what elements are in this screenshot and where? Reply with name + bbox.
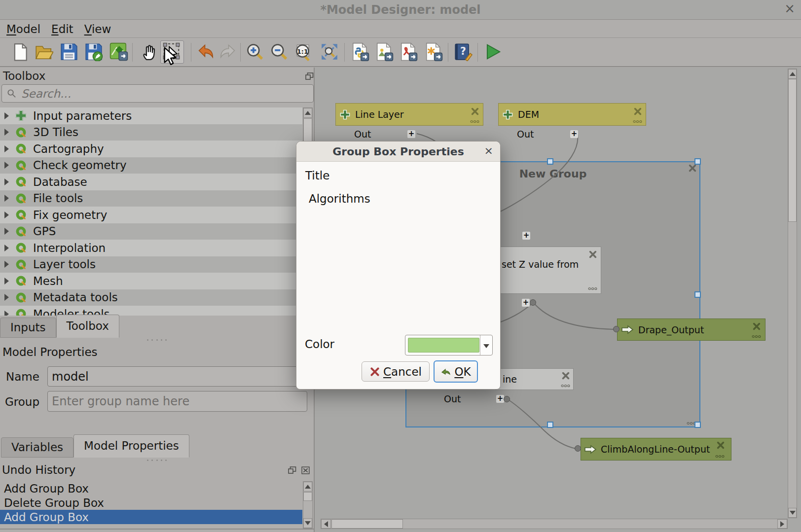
node-climbalongline-output[interactable]: ClimbAlongLine-Output bbox=[581, 438, 731, 461]
splitter-handle-2[interactable] bbox=[147, 460, 167, 461]
ok-button[interactable]: OK bbox=[434, 360, 478, 383]
undo-history-item[interactable]: Add Group Box bbox=[0, 481, 302, 496]
tab[interactable]: Variables bbox=[1, 437, 73, 458]
selection-handle[interactable] bbox=[547, 422, 553, 428]
expander-triangle-icon[interactable] bbox=[4, 129, 9, 136]
tab[interactable]: Model Properties bbox=[73, 434, 189, 458]
expander-triangle-icon[interactable] bbox=[4, 162, 9, 169]
undo-history-item[interactable]: Delete Group Box bbox=[0, 496, 302, 510]
node-label: ClimbAlongLine-Output bbox=[601, 444, 710, 455]
toolbox-list-item[interactable]: Database bbox=[0, 174, 302, 190]
export-model-image-icon[interactable] bbox=[109, 42, 128, 61]
toolbox-search-input[interactable]: Search... bbox=[1, 84, 314, 103]
group-field[interactable] bbox=[47, 391, 307, 412]
toolbox-list-item[interactable]: Modeler tools bbox=[0, 306, 302, 316]
window-close-icon[interactable]: × bbox=[784, 1, 795, 16]
undo-close-icon[interactable] bbox=[301, 466, 310, 474]
run-model-icon[interactable] bbox=[483, 42, 502, 61]
canvas-horizontal-scrollbar[interactable] bbox=[321, 519, 788, 529]
export-as-image-icon[interactable] bbox=[375, 42, 394, 61]
menu-item[interactable]: Edit bbox=[46, 23, 79, 35]
export-as-pdf-icon[interactable] bbox=[399, 42, 418, 61]
collapse-icon[interactable] bbox=[471, 107, 479, 116]
expander-triangle-icon[interactable] bbox=[4, 145, 9, 152]
splitter-handle[interactable] bbox=[147, 339, 167, 341]
canvas-vertical-scrollbar[interactable] bbox=[788, 69, 797, 518]
node-label: Line Layer bbox=[355, 109, 404, 120]
toolbar: 1:1 ? bbox=[0, 38, 801, 67]
expand-plus-icon[interactable]: + bbox=[570, 130, 578, 138]
node-line-layer[interactable]: Line Layer bbox=[335, 103, 483, 126]
toolbox-list-item[interactable]: 3D Tiles bbox=[0, 124, 302, 141]
collapse-icon[interactable] bbox=[588, 250, 597, 259]
window-title: *Model Designer: model bbox=[0, 3, 801, 17]
open-model-icon[interactable] bbox=[35, 42, 53, 61]
selection-handle[interactable] bbox=[694, 158, 701, 165]
collapse-icon[interactable] bbox=[633, 107, 642, 116]
menu-item[interactable]: View bbox=[79, 23, 117, 35]
toolbox-list-item[interactable]: Input parameters bbox=[0, 107, 302, 124]
help-icon[interactable]: ? bbox=[454, 42, 473, 61]
zoom-actual-icon[interactable]: 1:1 bbox=[294, 42, 313, 61]
pan-tool-icon[interactable] bbox=[141, 42, 159, 61]
expander-triangle-icon[interactable] bbox=[4, 278, 9, 284]
toolbox-list-item[interactable]: Fix geometry bbox=[0, 207, 302, 223]
qgis-icon bbox=[15, 242, 27, 253]
zoom-in-icon[interactable] bbox=[246, 42, 264, 61]
undo-list-scrollbar[interactable] bbox=[303, 481, 313, 529]
expander-triangle-icon[interactable] bbox=[4, 195, 9, 202]
toolbox-list-item[interactable]: Mesh bbox=[0, 273, 302, 289]
collapse-icon[interactable] bbox=[752, 322, 761, 331]
zoom-out-icon[interactable] bbox=[270, 42, 289, 61]
selection-handle[interactable] bbox=[694, 291, 701, 298]
expander-triangle-icon[interactable] bbox=[4, 112, 9, 119]
expand-plus-icon[interactable]: + bbox=[407, 130, 415, 138]
expand-plus-icon[interactable]: + bbox=[496, 395, 504, 403]
toolbox-float-icon[interactable] bbox=[305, 72, 314, 80]
expander-triangle-icon[interactable] bbox=[4, 261, 9, 268]
save-model-as-icon[interactable] bbox=[84, 42, 103, 61]
toolbox-list-item[interactable]: File tools bbox=[0, 190, 302, 207]
undo-icon[interactable] bbox=[196, 42, 215, 61]
expander-triangle-icon[interactable] bbox=[4, 178, 9, 185]
toolbox-list-item[interactable]: Layer tools bbox=[0, 256, 302, 273]
undo-float-icon[interactable] bbox=[288, 466, 296, 474]
dialog-close-icon[interactable]: × bbox=[484, 144, 493, 157]
expand-plus-icon[interactable]: + bbox=[522, 299, 530, 307]
selection-handle[interactable] bbox=[547, 158, 553, 165]
export-as-python-icon[interactable] bbox=[351, 42, 369, 61]
tab[interactable]: Toolbox bbox=[56, 315, 119, 338]
node-dem[interactable]: DEM bbox=[498, 103, 646, 126]
qgis-icon bbox=[15, 127, 27, 138]
expand-plus-icon[interactable]: + bbox=[522, 232, 530, 240]
toolbox-list-item[interactable]: Check geometry bbox=[0, 157, 302, 174]
tab[interactable]: Inputs bbox=[0, 318, 56, 338]
collapse-icon[interactable] bbox=[716, 441, 725, 450]
node-drape-output[interactable]: Drape_Output bbox=[617, 319, 765, 341]
export-as-svg-icon[interactable] bbox=[424, 42, 443, 61]
redo-icon[interactable] bbox=[218, 42, 237, 61]
menu-item[interactable]: Model bbox=[1, 23, 46, 35]
expander-triangle-icon[interactable] bbox=[4, 212, 9, 218]
collapse-icon[interactable] bbox=[561, 371, 570, 380]
title-value[interactable]: Algorithms bbox=[309, 192, 370, 205]
toolbox-list-item[interactable]: Metadata tools bbox=[0, 289, 302, 306]
expander-triangle-icon[interactable] bbox=[4, 228, 9, 235]
expander-triangle-icon[interactable] bbox=[4, 294, 9, 301]
save-model-icon[interactable] bbox=[60, 42, 78, 61]
toolbox-list-item[interactable]: GPS bbox=[0, 223, 302, 240]
toolbox-item-label: Mesh bbox=[33, 275, 63, 287]
cancel-button[interactable]: Cancel bbox=[362, 361, 430, 382]
undo-history-item[interactable]: Add Group Box bbox=[0, 510, 302, 524]
expander-triangle-icon[interactable] bbox=[4, 245, 9, 251]
name-field[interactable] bbox=[47, 366, 307, 387]
toolbox-list-item[interactable]: Interpolation bbox=[0, 240, 302, 256]
selection-handle[interactable] bbox=[694, 422, 701, 428]
zoom-full-icon[interactable] bbox=[320, 42, 339, 61]
new-model-icon[interactable] bbox=[11, 42, 30, 61]
toolbox-list-item[interactable]: Cartography bbox=[0, 141, 302, 157]
collapse-icon[interactable] bbox=[688, 164, 697, 173]
color-dropdown[interactable] bbox=[405, 335, 493, 355]
node-set-z-value[interactable]: set Z value from bbox=[495, 247, 601, 294]
node-ine[interactable]: ine bbox=[495, 368, 574, 390]
